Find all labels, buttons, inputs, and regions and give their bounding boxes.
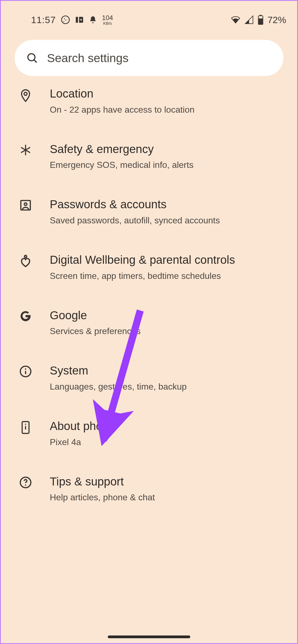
svg-point-16 <box>25 424 26 425</box>
notification-bell-icon <box>89 16 97 24</box>
battery-percentage: 72% <box>267 15 286 25</box>
network-speed-indicator: 104 KB/s <box>102 15 113 25</box>
item-subtitle: Screen time, app timers, bedtime schedul… <box>50 270 280 282</box>
svg-point-13 <box>25 368 26 370</box>
item-subtitle: Pixel 4a <box>50 436 280 448</box>
help-circle-icon <box>15 474 37 489</box>
settings-item-google[interactable]: Google Services & preferences <box>1 295 297 351</box>
settings-item-passwords-accounts[interactable]: Passwords & accounts Saved passwords, au… <box>1 184 297 240</box>
item-subtitle: Saved passwords, autofill, synced accoun… <box>50 215 280 226</box>
account-box-icon <box>15 197 37 212</box>
item-title: Safety & emergency <box>50 142 280 157</box>
svg-point-7 <box>24 92 27 95</box>
item-subtitle: Emergency SOS, medical info, alerts <box>50 159 280 171</box>
item-title: Google <box>50 308 280 323</box>
search-settings-bar[interactable]: Search settings <box>15 40 283 76</box>
google-g-icon <box>15 308 37 322</box>
item-subtitle: Services & preferences <box>50 325 280 337</box>
emergency-asterisk-icon <box>15 142 37 156</box>
svg-line-6 <box>34 60 37 63</box>
wellbeing-heart-icon <box>15 253 37 268</box>
media-icon <box>75 15 84 24</box>
search-icon <box>26 52 38 64</box>
status-bar: 11:57 <box>1 1 297 31</box>
settings-item-digital-wellbeing[interactable]: Digital Wellbeing & parental controls Sc… <box>1 240 297 295</box>
item-title: Location <box>50 87 280 101</box>
svg-point-18 <box>25 484 26 486</box>
svg-rect-1 <box>76 17 78 23</box>
item-subtitle: On - 22 apps have access to location <box>50 104 280 116</box>
search-placeholder: Search settings <box>47 51 128 65</box>
gesture-nav-bar[interactable] <box>108 635 190 638</box>
status-time: 11:57 <box>31 15 56 25</box>
location-pin-icon <box>15 87 37 102</box>
wifi-icon <box>231 15 241 25</box>
item-title: System <box>50 363 280 378</box>
info-circle-icon <box>15 363 37 378</box>
svg-rect-4 <box>258 18 263 25</box>
settings-item-about-phone[interactable]: About phone Pixel 4a <box>1 406 297 461</box>
settings-item-tips-support[interactable]: Tips & support Help articles, phone & ch… <box>1 461 297 517</box>
whatsapp-icon <box>61 15 70 24</box>
cellular-signal-icon <box>244 15 254 24</box>
svg-point-10 <box>24 256 27 258</box>
settings-item-system[interactable]: System Languages, gestures, time, backup <box>1 350 297 406</box>
item-title: About phone <box>50 419 280 434</box>
item-title: Passwords & accounts <box>50 197 280 212</box>
item-title: Tips & support <box>50 474 280 489</box>
settings-item-safety-emergency[interactable]: Safety & emergency Emergency SOS, medica… <box>1 129 297 184</box>
settings-list: Location On - 22 apps have access to loc… <box>1 79 297 517</box>
item-title: Digital Wellbeing & parental controls <box>50 253 280 267</box>
item-subtitle: Help articles, phone & chat <box>50 492 280 503</box>
settings-item-location[interactable]: Location On - 22 apps have access to loc… <box>1 79 297 129</box>
phone-info-icon <box>15 419 37 434</box>
svg-point-9 <box>24 203 27 206</box>
svg-point-5 <box>28 54 35 61</box>
item-subtitle: Languages, gestures, time, backup <box>50 381 280 393</box>
battery-icon <box>258 15 264 25</box>
